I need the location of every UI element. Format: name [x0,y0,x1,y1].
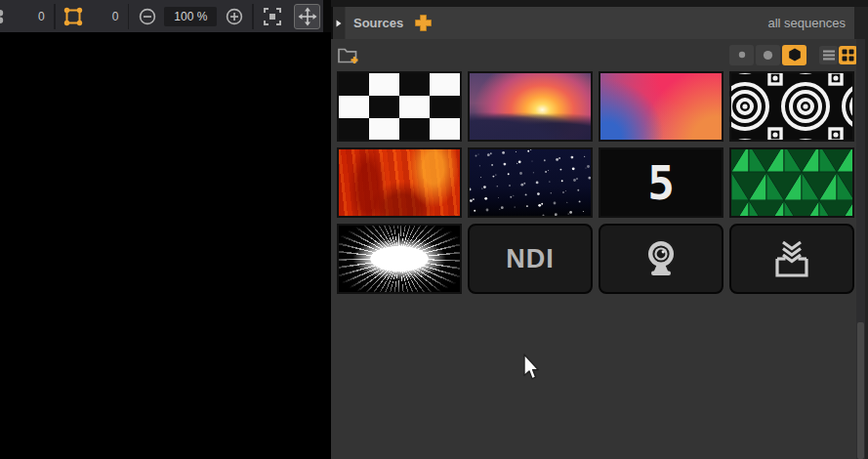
collapse-panel-button[interactable] [333,7,345,39]
view-mode-group [819,46,857,64]
large-dot-icon [788,48,802,62]
source-tile-color-gradient[interactable] [599,71,723,142]
app-window: 0 0 100 % [0,0,868,459]
source-tile-ndi[interactable]: NDI [468,224,593,294]
list-view-button[interactable] [819,46,838,64]
op-art-circles-image [731,73,852,140]
anchor-icon [0,4,10,29]
param1-value: 0 [27,10,45,23]
green-triangles-image [731,149,852,216]
webcam-icon [638,235,684,282]
source-tile-concentric-circles[interactable] [729,71,854,142]
chevron-right-icon [336,20,342,27]
panel-scrollbar[interactable] [856,39,865,459]
grid-view-button[interactable] [839,46,857,64]
zoom-in-button[interactable] [223,4,245,29]
source-tile-webcam[interactable] [599,224,723,294]
folder-plus-icon [337,45,358,65]
sequence-filter[interactable]: all sequences [768,16,847,30]
sources-grid: 5 [337,71,854,294]
source-tile-countdown[interactable]: 5 [599,147,723,218]
header-edge [854,7,868,39]
grid-icon [842,49,854,62]
panel-title: Sources [353,16,403,30]
source-tile-import[interactable] [729,224,854,294]
divider [54,4,56,29]
ndi-logo: NDI [506,244,555,274]
scrollbar-thumb[interactable] [857,322,864,459]
source-tile-checkerboard[interactable] [337,71,462,142]
thumb-size-small-button[interactable] [729,45,754,65]
source-tile-starburst[interactable] [337,224,462,294]
source-tile-green-triangles[interactable] [729,147,854,218]
corner-pin-icon[interactable] [62,4,85,29]
panel-header: Sources all sequences [346,7,854,39]
zoom-out-button[interactable] [136,4,158,29]
list-icon [823,50,835,61]
source-tile-fire[interactable] [337,147,462,218]
medium-dot-icon [763,50,773,61]
thumb-size-group [729,45,806,65]
panel-top-strip [331,0,868,7]
preview-canvas[interactable] [0,32,331,459]
fit-view-button[interactable] [261,4,283,29]
plus-icon [414,14,433,32]
divider [128,4,130,29]
canvas-toolbar: 0 0 100 % [0,0,323,32]
add-folder-button[interactable] [337,45,358,65]
countdown-digit: 5 [647,159,675,206]
source-tile-sunset[interactable] [468,71,593,142]
source-tile-starfield[interactable] [468,147,593,218]
pan-view-button[interactable] [294,4,320,29]
import-icon [768,235,815,282]
divider [252,4,254,29]
param2-value: 0 [102,10,119,23]
sources-toolbar [331,39,865,70]
thumb-size-large-button[interactable] [782,45,806,65]
starfield-image [470,149,591,216]
small-dot-icon [738,51,746,59]
zoom-level-field[interactable]: 100 % [164,7,217,26]
toolbar-gap [323,0,331,32]
thumb-size-medium-button[interactable] [756,45,780,65]
sources-panel: Sources all sequences [331,0,868,459]
add-source-button[interactable] [414,14,433,32]
